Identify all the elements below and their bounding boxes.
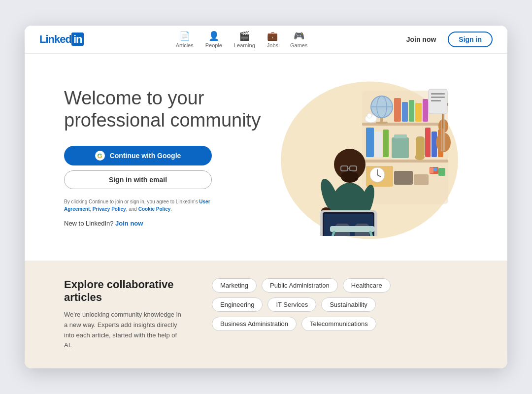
browser-window: Linkedin 📄 Articles 👤 People 🎬 Learning … bbox=[25, 26, 507, 368]
tag-public-administration[interactable]: Public Administration bbox=[262, 278, 338, 293]
jobs-icon: 💼 bbox=[267, 31, 278, 41]
tag-sustainability[interactable]: Sustainability bbox=[321, 297, 376, 312]
hero-title-line2: professional community bbox=[64, 110, 261, 131]
new-to-linkedin: New to LinkedIn? Join now bbox=[64, 220, 261, 227]
nav-jobs[interactable]: 💼 Jobs bbox=[267, 31, 278, 48]
games-label: Games bbox=[290, 42, 307, 48]
join-now-button[interactable]: Join now bbox=[399, 33, 443, 46]
svg-rect-64 bbox=[431, 93, 445, 95]
svg-rect-15 bbox=[366, 128, 374, 157]
svg-rect-21 bbox=[416, 136, 425, 157]
hero-left: Welcome to your professional community G… bbox=[64, 87, 261, 227]
svg-rect-41 bbox=[438, 168, 445, 176]
svg-rect-39 bbox=[430, 167, 433, 173]
svg-rect-60 bbox=[330, 226, 374, 232]
tag-engineering[interactable]: Engineering bbox=[212, 297, 263, 312]
tag-healthcare[interactable]: Healthcare bbox=[343, 278, 391, 293]
games-icon: 🎮 bbox=[294, 31, 304, 41]
svg-rect-8 bbox=[394, 98, 401, 122]
nav-people[interactable]: 👤 People bbox=[205, 31, 222, 48]
svg-rect-1 bbox=[362, 123, 448, 126]
svg-point-14 bbox=[367, 113, 372, 118]
signin-button[interactable]: Sign in bbox=[448, 32, 493, 47]
learning-icon: 🎬 bbox=[239, 31, 250, 41]
svg-rect-7 bbox=[376, 122, 388, 124]
hero-title-line1: Welcome to your bbox=[64, 88, 204, 108]
svg-rect-66 bbox=[431, 100, 441, 101]
svg-rect-12 bbox=[423, 99, 428, 122]
svg-rect-2 bbox=[362, 160, 448, 163]
google-button-label: Continue with Google bbox=[110, 152, 181, 160]
svg-rect-36 bbox=[394, 171, 413, 185]
nav-learning[interactable]: 🎬 Learning bbox=[234, 31, 255, 48]
tag-telecommunications[interactable]: Telecommunications bbox=[301, 317, 376, 331]
signin-email-button[interactable]: Sign in with email bbox=[64, 170, 212, 189]
explore-description: We're unlocking community knowledge in a… bbox=[64, 310, 182, 351]
nav-items: 📄 Articles 👤 People 🎬 Learning 💼 Jobs 🎮 … bbox=[176, 31, 308, 48]
learning-label: Learning bbox=[234, 42, 255, 48]
privacy-policy-link[interactable]: Privacy Policy bbox=[93, 206, 126, 212]
svg-rect-16 bbox=[375, 131, 382, 157]
terms-text: By clicking Continue to join or sign in,… bbox=[64, 198, 212, 213]
tags-row-3: Business Administration Telecommunicatio… bbox=[212, 317, 468, 331]
articles-icon: 📄 bbox=[179, 31, 190, 41]
explore-title: Explore collaborative articles bbox=[64, 278, 182, 304]
svg-rect-37 bbox=[414, 174, 429, 185]
nav-articles[interactable]: 📄 Articles bbox=[176, 31, 194, 48]
svg-rect-17 bbox=[383, 130, 389, 157]
linkedin-logo[interactable]: Linkedin bbox=[39, 33, 84, 46]
user-agreement-link[interactable]: User Agreement bbox=[64, 199, 210, 212]
hero-svg bbox=[286, 78, 453, 236]
tag-business-administration[interactable]: Business Administration bbox=[212, 317, 297, 331]
jobs-label: Jobs bbox=[267, 42, 278, 48]
svg-rect-19 bbox=[394, 134, 407, 138]
explore-section: Explore collaborative articles We're unl… bbox=[25, 261, 507, 368]
navbar: Linkedin 📄 Articles 👤 People 🎬 Learning … bbox=[25, 26, 507, 54]
hero-section: Welcome to your professional community G… bbox=[25, 54, 507, 261]
google-icon: G bbox=[95, 151, 105, 161]
svg-rect-9 bbox=[402, 102, 408, 122]
svg-rect-10 bbox=[409, 100, 414, 122]
hero-illustration bbox=[261, 73, 478, 241]
cookie-policy-link[interactable]: Cookie Policy bbox=[138, 206, 171, 212]
continue-google-button[interactable]: G Continue with Google bbox=[64, 146, 212, 165]
navbar-actions: Join now Sign in bbox=[399, 32, 493, 47]
svg-point-47 bbox=[341, 171, 359, 183]
svg-rect-65 bbox=[431, 97, 445, 98]
join-now-link[interactable]: Join now bbox=[115, 220, 143, 227]
people-icon: 👤 bbox=[208, 31, 219, 41]
tag-marketing[interactable]: Marketing bbox=[212, 278, 257, 293]
svg-rect-22 bbox=[425, 128, 431, 157]
svg-rect-11 bbox=[415, 103, 422, 122]
tags-row-1: Marketing Public Administration Healthca… bbox=[212, 278, 468, 293]
svg-rect-18 bbox=[392, 137, 409, 158]
email-button-label: Sign in with email bbox=[109, 176, 167, 184]
hero-title: Welcome to your professional community bbox=[64, 87, 261, 132]
svg-point-40 bbox=[433, 167, 437, 171]
nav-games[interactable]: 🎮 Games bbox=[290, 31, 307, 48]
tags-row-2: Engineering IT Services Sustainability bbox=[212, 297, 468, 312]
tag-it-services[interactable]: IT Services bbox=[267, 297, 316, 312]
explore-left: Explore collaborative articles We're unl… bbox=[64, 278, 182, 351]
explore-tags: Marketing Public Administration Healthca… bbox=[212, 278, 468, 331]
articles-label: Articles bbox=[176, 42, 194, 48]
people-label: People bbox=[205, 42, 222, 48]
